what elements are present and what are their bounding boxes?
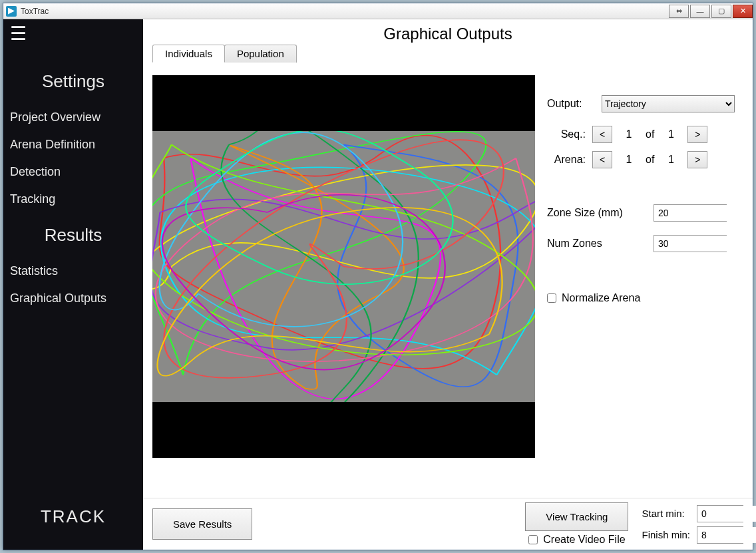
arena-label: Arena: [550,154,586,166]
window-title: ToxTrac [21,7,49,16]
seq-of: of [646,128,654,140]
trajectory-plot [152,131,535,402]
seq-label: Seq.: [550,128,586,140]
finish-min-input[interactable] [697,527,756,543]
num-zones-spinner[interactable]: ▲▼ [654,235,727,252]
finish-min-label: Finish min: [642,529,690,540]
arena-next-button[interactable]: > [687,151,707,168]
sidebar-heading-results: Results [10,225,136,246]
minimize-button[interactable]: — [690,5,710,18]
sidebar: ☰ Settings Project Overview Arena Defini… [3,19,143,550]
start-min-spinner[interactable]: ▲▼ [697,505,743,522]
sidebar-item-detection[interactable]: Detection [10,158,136,186]
trajectory-viewport [152,75,535,458]
restore-down-button[interactable]: ⇔ [669,5,689,18]
seq-prev-button[interactable]: < [592,126,612,143]
save-results-button[interactable]: Save Results [152,508,252,540]
close-button[interactable]: ✕ [733,5,753,18]
sidebar-item-project-overview[interactable]: Project Overview [10,104,136,131]
seq-current: 1 [619,128,639,140]
arena-prev-button[interactable]: < [592,151,612,168]
sidebar-heading-settings: Settings [10,71,136,92]
create-video-label: Create Video File [543,534,625,546]
page-title: Graphical Outputs [143,25,753,43]
start-min-label: Start min: [642,508,690,519]
seq-total: 1 [661,128,681,140]
arena-total: 1 [661,154,681,166]
normalize-arena-checkbox[interactable]: Normalize Arena [547,292,743,304]
sidebar-item-arena-definition[interactable]: Arena Definition [10,131,136,158]
zone-size-label: Zone Size (mm) [547,207,640,219]
tab-population[interactable]: Population [224,45,297,63]
start-min-input[interactable] [697,506,756,522]
menu-icon[interactable]: ☰ [10,25,136,43]
track-button[interactable]: TRACK [10,506,136,527]
titlebar: ToxTrac ⇔ — ▢ ✕ [3,3,753,19]
seq-next-button[interactable]: > [687,126,707,143]
create-video-input[interactable] [528,535,538,544]
zone-size-spinner[interactable]: ▲▼ [654,204,727,222]
arena-current: 1 [619,154,639,166]
num-zones-input[interactable] [654,236,753,252]
create-video-checkbox[interactable]: Create Video File [528,534,625,546]
maximize-button[interactable]: ▢ [711,5,731,18]
zone-size-input[interactable] [654,205,753,221]
sidebar-item-statistics[interactable]: Statistics [10,258,136,285]
tab-individuals[interactable]: Individuals [152,45,225,63]
num-zones-label: Num Zones [547,238,640,250]
finish-min-spinner[interactable]: ▲▼ [697,526,743,544]
arena-of: of [646,154,654,166]
sidebar-item-graphical-outputs[interactable]: Graphical Outputs [10,285,136,312]
view-tracking-button[interactable]: View Tracking [525,502,628,531]
output-select[interactable]: Trajectory [602,95,735,112]
normalize-arena-label: Normalize Arena [562,292,640,304]
normalize-arena-input[interactable] [547,293,556,303]
output-label: Output: [547,98,594,110]
sidebar-item-tracking[interactable]: Tracking [10,186,136,213]
app-icon [6,6,17,17]
